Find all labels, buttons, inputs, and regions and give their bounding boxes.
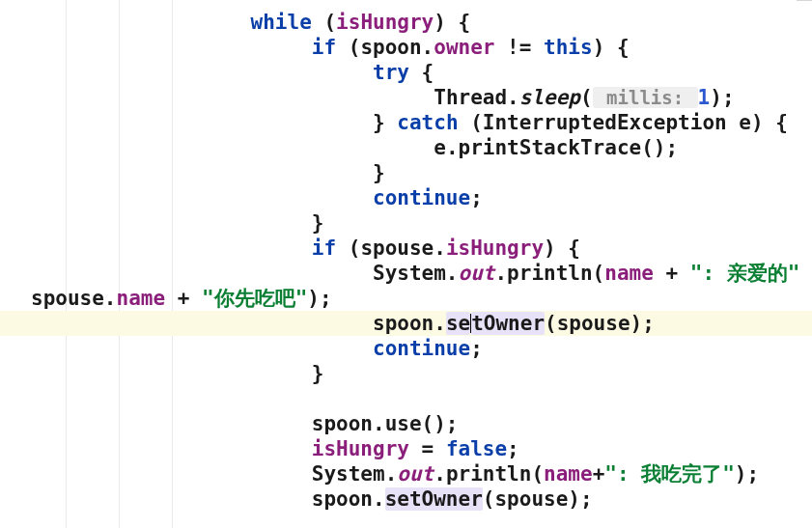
token-sel: tOwner <box>471 312 545 335</box>
token-plain: ; <box>507 437 519 460</box>
token-plain: System. <box>312 462 398 486</box>
token-fld: name <box>117 287 166 310</box>
token-kw: this <box>544 36 593 59</box>
token-plain: ) { <box>544 236 580 260</box>
token-kw: continue <box>373 337 470 360</box>
code-line[interactable]: } <box>0 210 812 236</box>
token-plain: ) { <box>593 36 630 59</box>
token-plain: spoon.use(); <box>312 412 459 435</box>
token-plain: + <box>654 262 690 285</box>
token-plain: (spouse. <box>336 236 446 260</box>
token-fld: isHungry <box>312 437 409 460</box>
token-fld: name <box>544 462 593 486</box>
code-line[interactable]: continue; <box>0 336 812 361</box>
token-plain: .println( <box>494 262 604 285</box>
code-line[interactable]: Thread.sleep( millis: 1); <box>0 85 812 110</box>
token-plain: } <box>373 161 385 184</box>
token-plain: } <box>312 211 324 235</box>
token-plain: System. <box>373 262 459 285</box>
token-plain: spoon. <box>373 312 446 335</box>
token-sel: se <box>446 312 470 335</box>
token-plain: } <box>312 362 324 385</box>
token-plain: ; <box>470 337 483 360</box>
token-plain: spoon. <box>312 487 385 511</box>
token-plain: ); <box>710 86 734 109</box>
token-fld: name <box>604 262 654 285</box>
token-kw: try <box>373 61 409 84</box>
token-kw: continue <box>373 186 470 209</box>
code-line-wrap[interactable]: spouse.name + "你先吃吧"); <box>0 286 812 311</box>
token-kw: while <box>251 11 312 34</box>
token-plain: = <box>409 437 446 460</box>
token-stat: out <box>397 462 434 486</box>
token-plain: != <box>494 36 544 59</box>
token-plain: ( <box>312 11 336 34</box>
token-sel: setOwner <box>385 487 483 511</box>
token-kw: false <box>446 437 507 460</box>
code-line[interactable]: spoon.use(); <box>0 411 812 436</box>
token-plain: e.printStackTrace(); <box>434 136 678 159</box>
code-line[interactable]: System.out.println(name + ": 亲爱的" + <box>0 261 812 286</box>
code-line[interactable]: continue; <box>0 185 812 210</box>
token-smeth: sleep <box>519 86 580 109</box>
token-plain: (spouse); <box>545 312 655 335</box>
code-line[interactable]: if (spouse.isHungry) { <box>0 236 812 261</box>
code-editor[interactable]: while (isHungry) { if (spoon.owner != th… <box>0 0 812 528</box>
token-fld: isHungry <box>336 11 434 34</box>
token-plain: { <box>409 61 434 84</box>
code-line[interactable]: } <box>0 361 812 386</box>
code-line[interactable]: spoon.setOwner(spouse); <box>0 311 812 336</box>
token-plain: + <box>799 262 812 285</box>
code-line[interactable] <box>0 386 812 411</box>
token-plain: (InterruptedException e) { <box>459 111 788 134</box>
token-stat: out <box>459 262 495 285</box>
code-line[interactable]: } <box>0 160 812 185</box>
token-plain: ); <box>735 462 759 486</box>
token-kw: catch <box>397 111 458 134</box>
token-str: "你先吃吧" <box>202 287 307 310</box>
code-line[interactable]: } catch (InterruptedException e) { <box>0 110 812 135</box>
code-line[interactable]: try { <box>0 60 812 85</box>
token-hint: millis: <box>593 87 698 108</box>
token-fld: isHungry <box>446 236 544 260</box>
token-plain: .println( <box>434 462 544 486</box>
token-str: ": 我吃完了" <box>604 462 735 486</box>
code-line[interactable]: isHungry = false; <box>0 436 812 461</box>
code-line[interactable]: if (spoon.owner != this) { <box>0 35 812 60</box>
token-kw: if <box>312 36 336 59</box>
token-plain: } <box>373 111 397 134</box>
token-plain: + <box>593 462 605 486</box>
token-plain: Thread. <box>434 86 519 109</box>
token-fld: owner <box>434 36 494 59</box>
token-kw: if <box>312 236 336 260</box>
code-line[interactable]: e.printStackTrace(); <box>0 135 812 160</box>
token-num: 1 <box>698 86 711 109</box>
token-plain: ; <box>470 186 483 209</box>
token-plain: ( <box>580 86 593 109</box>
token-str: ": 亲爱的" <box>690 262 800 285</box>
token-plain: (spoon. <box>336 36 434 59</box>
token-plain: ) { <box>434 11 470 34</box>
token-plain: (spouse); <box>483 487 593 511</box>
token-plain: + <box>165 287 202 310</box>
code-line[interactable]: spoon.setOwner(spouse); <box>0 486 812 512</box>
code-line[interactable]: while (isHungry) { <box>0 10 812 35</box>
code-area[interactable]: while (isHungry) { if (spoon.owner != th… <box>0 0 812 512</box>
token-plain: ); <box>307 287 331 310</box>
code-line[interactable]: System.out.println(name+": 我吃完了"); <box>0 461 812 486</box>
